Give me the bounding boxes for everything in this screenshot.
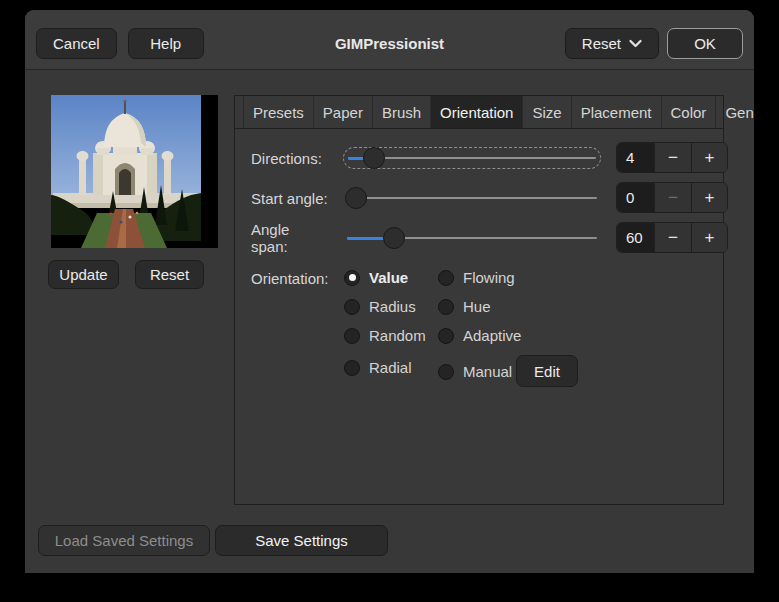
angle-span-label: Angle span: bbox=[251, 221, 329, 255]
radio-off-icon bbox=[438, 270, 454, 286]
radio-radial[interactable]: Radial bbox=[344, 359, 412, 376]
plus-icon[interactable]: + bbox=[691, 223, 727, 252]
preview-image bbox=[51, 95, 218, 248]
save-settings-button[interactable]: Save Settings bbox=[215, 525, 388, 556]
directions-label: Directions: bbox=[251, 150, 329, 167]
directions-row: Directions: 4 − + bbox=[251, 142, 717, 174]
radio-adaptive-label: Adaptive bbox=[463, 327, 521, 344]
radio-on-icon bbox=[344, 270, 360, 286]
radio-hue-label: Hue bbox=[463, 298, 491, 315]
radio-radius[interactable]: Radius bbox=[344, 298, 416, 315]
minus-icon[interactable]: − bbox=[654, 143, 690, 172]
load-saved-settings-button[interactable]: Load Saved Settings bbox=[38, 525, 210, 556]
angle-span-spinbutton: 60 − + bbox=[616, 222, 728, 253]
orientation-label: Orientation: bbox=[251, 270, 329, 287]
tab-general[interactable]: General bbox=[716, 96, 754, 128]
slider-track bbox=[348, 157, 596, 159]
tab-size[interactable]: Size bbox=[523, 96, 571, 128]
angle-span-row: Angle span: 60 − + bbox=[251, 222, 717, 254]
tab-presets[interactable]: Presets bbox=[243, 96, 314, 128]
radio-adaptive[interactable]: Adaptive bbox=[438, 327, 521, 344]
ok-button[interactable]: OK bbox=[667, 28, 743, 59]
radio-value-label: Value bbox=[369, 269, 408, 286]
update-button[interactable]: Update bbox=[48, 260, 119, 289]
plus-icon[interactable]: + bbox=[691, 143, 727, 172]
radio-radius-label: Radius bbox=[369, 298, 416, 315]
radio-manual[interactable]: Manual bbox=[438, 363, 512, 380]
preview-reset-button[interactable]: Reset bbox=[135, 260, 204, 289]
slider-track bbox=[347, 197, 597, 199]
cancel-button[interactable]: Cancel bbox=[36, 28, 117, 59]
orientation-pane: Directions: 4 − + Start angle: bbox=[235, 129, 723, 504]
radio-off-icon bbox=[344, 360, 360, 376]
minus-icon[interactable]: − bbox=[654, 183, 690, 212]
tab-bar: Presets Paper Brush Orientation Size Pla… bbox=[235, 96, 723, 129]
radio-value[interactable]: Value bbox=[344, 269, 408, 286]
radio-off-icon bbox=[438, 364, 454, 380]
titlebar: Cancel Help GIMPressionist Reset OK bbox=[25, 10, 754, 70]
slider-handle[interactable] bbox=[363, 147, 385, 169]
start-angle-label: Start angle: bbox=[251, 190, 329, 207]
angle-span-value[interactable]: 60 bbox=[617, 223, 654, 252]
edit-button[interactable]: Edit bbox=[516, 355, 578, 387]
tab-color[interactable]: Color bbox=[662, 96, 717, 128]
directions-slider[interactable] bbox=[343, 147, 601, 169]
radio-off-icon bbox=[344, 299, 360, 315]
radio-random[interactable]: Random bbox=[344, 327, 426, 344]
settings-notebook: Presets Paper Brush Orientation Size Pla… bbox=[234, 95, 724, 505]
radio-off-icon bbox=[438, 299, 454, 315]
start-angle-slider[interactable] bbox=[343, 187, 601, 209]
plus-icon[interactable]: + bbox=[691, 183, 727, 212]
radio-random-label: Random bbox=[369, 327, 426, 344]
start-angle-value[interactable]: 0 bbox=[617, 183, 654, 212]
radio-flowing[interactable]: Flowing bbox=[438, 269, 515, 286]
start-angle-row: Start angle: 0 − + bbox=[251, 182, 717, 214]
slider-handle[interactable] bbox=[383, 227, 405, 249]
radio-off-icon bbox=[344, 328, 360, 344]
chevron-down-icon bbox=[629, 39, 642, 48]
gimpressionist-dialog: Cancel Help GIMPressionist Reset OK bbox=[25, 10, 754, 573]
reset-dropdown-label: Reset bbox=[582, 35, 621, 52]
angle-span-slider[interactable] bbox=[343, 227, 601, 249]
tab-brush[interactable]: Brush bbox=[373, 96, 431, 128]
radio-radial-label: Radial bbox=[369, 359, 412, 376]
titlebar-left: Cancel Help bbox=[36, 28, 204, 59]
minus-icon[interactable]: − bbox=[654, 223, 690, 252]
radio-flowing-label: Flowing bbox=[463, 269, 515, 286]
taj-mahal-thumbnail bbox=[51, 95, 218, 248]
radio-manual-label: Manual bbox=[463, 363, 512, 380]
directions-spinbutton: 4 − + bbox=[616, 142, 728, 173]
tab-placement[interactable]: Placement bbox=[572, 96, 662, 128]
start-angle-spinbutton: 0 − + bbox=[616, 182, 728, 213]
titlebar-right: Reset OK bbox=[565, 28, 743, 59]
radio-hue[interactable]: Hue bbox=[438, 298, 491, 315]
tab-orientation[interactable]: Orientation bbox=[431, 96, 523, 128]
help-button[interactable]: Help bbox=[128, 28, 204, 59]
radio-off-icon bbox=[438, 328, 454, 344]
reset-dropdown-button[interactable]: Reset bbox=[565, 28, 659, 59]
directions-value[interactable]: 4 bbox=[617, 143, 654, 172]
slider-handle[interactable] bbox=[345, 187, 367, 209]
tab-paper[interactable]: Paper bbox=[314, 96, 373, 128]
